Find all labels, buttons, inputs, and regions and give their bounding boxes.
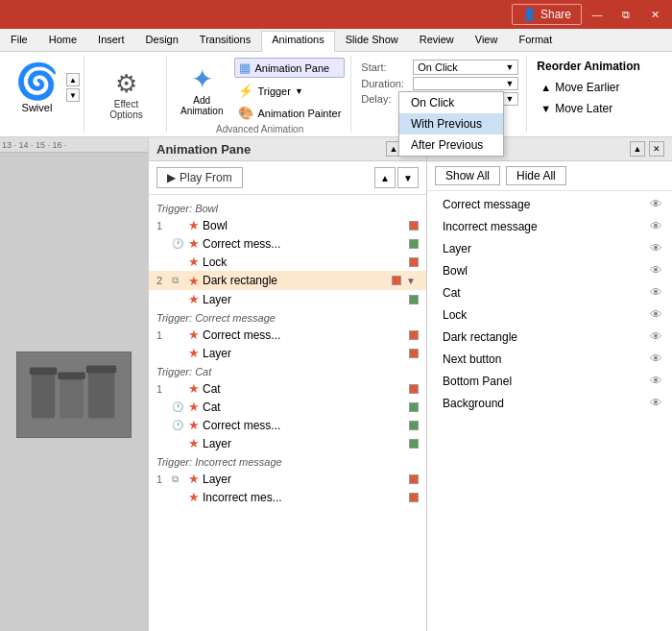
tab-home[interactable]: Home	[38, 31, 87, 51]
animation-pane-icon: ▦	[239, 61, 251, 75]
anim-item-layer-inc[interactable]: 1 ⧉ ★ Layer	[149, 470, 426, 488]
animation-painter-button[interactable]: 🎨 Animation Painter	[234, 104, 345, 122]
sel-item-incorrect-message[interactable]: Incorrect message 👁	[427, 215, 672, 237]
swivel-scroll-up[interactable]: ▲	[66, 73, 80, 86]
anim-num-cat-1: 1	[156, 383, 172, 395]
sel-item-dark-rectangle[interactable]: Dark rectangle 👁	[427, 326, 672, 348]
advanced-animation-label: Advanced Animation	[175, 124, 345, 134]
restore-button[interactable]: ⧉	[612, 4, 639, 25]
anim-item-layer-2[interactable]: ★ Layer	[149, 344, 426, 362]
anim-num-2: 2	[156, 275, 172, 286]
swivel-scroll-down[interactable]: ▼	[66, 88, 80, 102]
swivel-button[interactable]: 🌀 Swivel	[12, 58, 62, 117]
slide-thumbnail-inner	[16, 352, 132, 438]
anim-item-dark-rect[interactable]: 2 ⧉ ★ Dark rectangle ▼	[149, 271, 426, 290]
hide-all-button[interactable]: Hide All	[506, 166, 566, 185]
sel-item-correct-message[interactable]: Correct message 👁	[427, 193, 672, 215]
sel-item-lock[interactable]: Lock 👁	[427, 303, 672, 326]
selection-pane-collapse[interactable]: ▲	[630, 141, 645, 157]
duration-dropdown[interactable]: ▼	[413, 77, 518, 90]
move-later-icon: ▼	[540, 103, 551, 114]
anim-item-lock[interactable]: ★ Lock	[149, 253, 426, 271]
anim-item-correct-3[interactable]: 🕐 ★ Correct mess...	[149, 416, 426, 434]
add-animation-group: ✦ AddAnimation ▦ Animation Pane ⚡ Trigge…	[169, 56, 351, 133]
tab-slideshow[interactable]: Slide Show	[335, 31, 409, 51]
anim-color-cat-1	[409, 384, 419, 394]
anim-star-correct-2: ★	[188, 328, 200, 342]
anim-item-bowl[interactable]: 1 ★ Bowl	[149, 216, 426, 234]
anim-item-cat-1[interactable]: 1 ★ Cat	[149, 379, 426, 398]
tab-review[interactable]: Review	[409, 31, 465, 51]
anim-timer-cat-2: 🕐	[172, 401, 185, 412]
trigger-incorrect-msg-header: Trigger: Incorrect message	[149, 452, 426, 470]
anim-dropdown-rect[interactable]: ▼	[403, 273, 419, 288]
anim-move-up-button[interactable]: ▲	[374, 167, 396, 188]
sel-eye-bowl[interactable]: 👁	[647, 263, 664, 278]
anim-item-cat-2[interactable]: 🕐 ★ Cat	[149, 398, 426, 416]
title-bar: 👤 Share — ⧉ ✕	[0, 0, 672, 29]
anim-name-lock: Lock	[203, 255, 405, 269]
anim-item-incorrect-msg[interactable]: ★ Incorrect mes...	[149, 488, 426, 506]
slide-placeholder-image	[17, 352, 131, 437]
tab-animations[interactable]: Animations	[261, 31, 334, 52]
share-button[interactable]: 👤 Share	[512, 4, 582, 25]
tab-format[interactable]: Format	[508, 31, 563, 51]
start-dropdown[interactable]: On Click ▼	[413, 60, 518, 75]
sel-item-bowl[interactable]: Bowl 👁	[427, 259, 672, 281]
selection-pane-close[interactable]: ✕	[649, 141, 664, 157]
anim-star-cat-2: ★	[188, 400, 200, 414]
sel-item-bottom-panel[interactable]: Bottom Panel 👁	[427, 370, 672, 392]
anim-star-layer-inc: ★	[188, 472, 200, 486]
tab-view[interactable]: View	[465, 31, 509, 51]
sel-eye-background[interactable]: 👁	[647, 396, 664, 410]
add-animation-button[interactable]: ✦ AddAnimation	[175, 60, 228, 120]
sel-eye-lock[interactable]: 👁	[647, 307, 664, 322]
effect-options-button[interactable]: ⚙ Effect Options	[94, 65, 158, 124]
anim-item-correct-msg-1[interactable]: 🕐 ★ Correct mess...	[149, 234, 426, 253]
trigger-button[interactable]: ⚡ Trigger ▼	[234, 82, 345, 100]
anim-item-layer-3[interactable]: ★ Layer	[149, 434, 426, 452]
anim-star-correct-3: ★	[188, 418, 200, 432]
play-from-button[interactable]: ▶ Play From	[156, 167, 243, 188]
move-earlier-button[interactable]: ▲ Move Earlier	[537, 79, 640, 96]
selection-list: Correct message 👁 Incorrect message 👁 La…	[427, 191, 672, 631]
reorder-group: Reorder Animation ▲ Move Earlier ▼ Move …	[529, 56, 648, 133]
anim-move-down-button[interactable]: ▼	[397, 167, 419, 188]
sel-item-name-incorrect-message: Incorrect message	[443, 220, 647, 233]
play-icon: ▶	[167, 171, 176, 184]
anim-color-bowl	[409, 221, 419, 231]
dropdown-after-previous[interactable]: After Previous	[399, 134, 503, 156]
sel-eye-layer[interactable]: 👁	[647, 241, 664, 255]
sel-item-cat[interactable]: Cat 👁	[427, 281, 672, 303]
anim-name-layer-inc: Layer	[203, 473, 405, 486]
sel-eye-cat[interactable]: 👁	[647, 285, 664, 300]
sel-item-layer[interactable]: Layer 👁	[427, 237, 672, 259]
sel-eye-correct-message[interactable]: 👁	[647, 197, 664, 211]
minimize-button[interactable]: —	[584, 4, 611, 25]
svg-rect-1	[32, 371, 56, 418]
tab-insert[interactable]: Insert	[87, 31, 135, 51]
trigger-bowl-header: Trigger: Bowl	[149, 199, 426, 216]
anim-item-layer-1[interactable]: ★ Layer	[149, 290, 426, 308]
anim-name-correct-1: Correct mess...	[203, 237, 405, 251]
slide-thumbnail[interactable]	[0, 153, 148, 631]
tab-design[interactable]: Design	[135, 31, 189, 51]
sel-item-next-button[interactable]: Next button 👁	[427, 348, 672, 370]
sel-item-background[interactable]: Background 👁	[427, 392, 672, 414]
anim-star-layer-3: ★	[188, 436, 200, 450]
sel-eye-next-button[interactable]: 👁	[647, 352, 664, 366]
show-all-button[interactable]: Show All	[435, 166, 500, 185]
anim-item-correct-2[interactable]: 1 ★ Correct mess...	[149, 326, 426, 344]
sel-eye-dark-rectangle[interactable]: 👁	[647, 329, 664, 344]
close-button[interactable]: ✕	[641, 4, 668, 25]
sel-eye-bottom-panel[interactable]: 👁	[647, 374, 664, 388]
move-later-button[interactable]: ▼ Move Later	[537, 100, 640, 117]
tab-file[interactable]: File	[0, 31, 38, 51]
dropdown-on-click[interactable]: On Click	[399, 92, 503, 113]
effect-options-label: Effect Options	[100, 99, 153, 120]
sel-eye-incorrect-message[interactable]: 👁	[647, 219, 664, 233]
animation-pane-toggle[interactable]: ▦ Animation Pane	[234, 58, 345, 78]
dropdown-with-previous[interactable]: With Previous	[399, 113, 503, 134]
start-row: Start: On Click ▼	[361, 60, 518, 75]
tab-transitions[interactable]: Transitions	[189, 31, 261, 51]
